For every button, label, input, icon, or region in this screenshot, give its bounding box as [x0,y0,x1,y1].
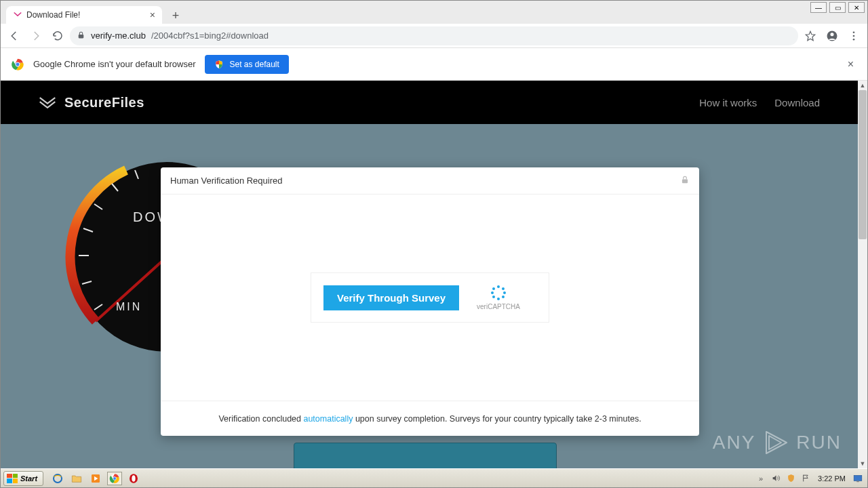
reload-button[interactable] [48,26,67,45]
svg-point-4 [853,35,855,37]
shield-icon [214,60,224,69]
play-outline-icon [762,429,789,456]
nav-how-it-works[interactable]: How it works [699,97,757,108]
taskbar-clock[interactable]: 3:22 PM [818,474,846,483]
tab-favicon-icon [13,10,22,20]
back-button[interactable] [5,26,24,45]
url-host: verify-me.club [91,30,146,41]
bookmark-star-icon[interactable] [801,26,820,45]
windows-flag-icon [7,474,18,483]
modal-footer-auto: automatically [303,414,353,424]
verification-modal: Human Verification Required Verify Throu… [161,167,699,436]
site-logo[interactable]: SecureFiles [39,95,144,110]
svg-point-5 [853,38,855,40]
spinner-icon [491,285,506,300]
chevrons-down-icon [39,96,56,108]
tray-expand-icon[interactable]: » [755,473,766,484]
vertical-scrollbar[interactable]: ▲ ▼ [858,81,867,468]
kebab-menu-icon[interactable] [844,26,863,45]
modal-title: Human Verification Required [170,176,282,186]
scrollbar-thumb[interactable] [859,90,867,239]
forward-button[interactable] [26,26,45,45]
new-tab-button[interactable]: + [167,7,184,24]
captcha-brand-text: veriCAPTCHA [477,303,520,310]
tab-close-icon[interactable]: × [150,9,155,20]
address-bar[interactable]: verify-me.club/2004cbf?s1=bing2#download [70,26,798,45]
taskbar-chrome-icon[interactable] [107,472,122,485]
taskbar-opera-icon[interactable] [126,472,141,485]
tab-title: Download File! [26,10,146,20]
svg-rect-26 [856,481,859,482]
svg-point-2 [830,33,833,36]
svg-point-24 [132,475,135,481]
gauge-label-min: MIN [116,301,142,313]
nav-download[interactable]: Download [774,97,820,108]
lock-icon [77,30,85,41]
tray-show-desktop-icon[interactable] [852,473,863,484]
chrome-icon [12,58,24,70]
scroll-down-icon[interactable]: ▼ [858,459,867,468]
site-nav: How it works Download [699,97,820,108]
scroll-up-icon[interactable]: ▲ [858,81,867,90]
anyrun-watermark: ANY RUN [713,429,842,456]
tray-security-icon[interactable] [785,473,796,484]
svg-point-22 [113,476,117,480]
captcha-widget: Verify Through Survey veriCAPTCHA [311,272,549,323]
profile-avatar-icon[interactable] [823,26,842,45]
start-button[interactable]: Start [3,471,43,486]
url-path: /2004cbf?s1=bing2#download [151,30,269,41]
site-brand-text: SecureFiles [64,95,144,110]
taskbar-media-icon[interactable] [88,472,103,485]
set-default-button[interactable]: Set as default [205,55,288,74]
infobar-close-icon[interactable]: × [845,56,856,73]
set-default-label: Set as default [229,60,279,69]
captcha-brand: veriCAPTCHA [477,285,520,310]
tray-volume-icon[interactable] [770,473,781,484]
download-cta-button[interactable] [294,443,557,468]
svg-point-8 [16,62,20,66]
tab-strip: Download File! × + [6,6,820,24]
tray-flag-icon[interactable] [800,473,811,484]
svg-rect-18 [682,179,688,183]
taskbar-explorer-icon[interactable] [69,472,84,485]
svg-rect-25 [854,475,862,481]
site-header: SecureFiles How it works Download [1,81,858,124]
default-browser-infobar: Google Chrome isn't your default browser… [1,48,867,81]
taskbar: Start » 3:22 PM [1,468,867,487]
browser-toolbar: verify-me.club/2004cbf?s1=bing2#download [1,24,867,48]
verify-survey-button[interactable]: Verify Through Survey [323,285,459,310]
browser-tab[interactable]: Download File! × [6,6,162,24]
page-viewport: SecureFiles How it works Download [1,81,858,468]
infobar-text: Google Chrome isn't your default browser [33,59,195,69]
svg-point-3 [853,31,855,33]
taskbar-ie-icon[interactable] [50,472,65,485]
svg-rect-0 [79,34,84,37]
window-maximize-button[interactable]: ▭ [829,2,846,13]
window-close-button[interactable]: ✕ [848,2,865,13]
modal-footer: Verification concluded automatically upo… [161,401,699,436]
lock-icon [680,175,690,186]
system-tray: » 3:22 PM [751,473,867,484]
start-label: Start [20,474,37,483]
